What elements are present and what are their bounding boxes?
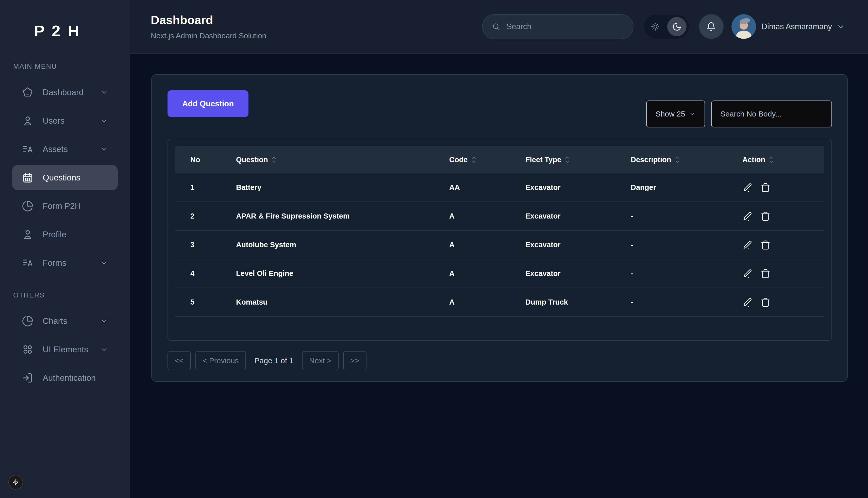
cell-no: 3 — [190, 241, 236, 249]
column-label: Code — [449, 156, 468, 164]
user-menu[interactable]: Dimas Asmaramany — [762, 22, 845, 31]
edit-button[interactable] — [742, 268, 753, 279]
cell-actions — [742, 268, 824, 279]
sidebar: P 2 H MAIN MENU Dashboard Users A — [0, 0, 130, 498]
next-page-button[interactable]: Next > — [302, 351, 339, 370]
column-header-action[interactable]: Action — [742, 156, 824, 164]
sidebar-item-assets[interactable]: Assets — [12, 136, 118, 162]
theme-toggle[interactable] — [644, 15, 689, 39]
edit-button[interactable] — [742, 182, 753, 193]
sidebar-item-label: Form P2H — [43, 201, 108, 211]
cell-description: - — [631, 298, 742, 306]
column-header-no: No — [190, 156, 236, 164]
moon-icon[interactable] — [667, 17, 686, 36]
cell-no: 2 — [190, 212, 236, 220]
column-header-description[interactable]: Description — [631, 156, 742, 164]
sort-icon — [272, 156, 277, 163]
cell-question: Level Oli Engine — [236, 269, 449, 278]
cell-description: - — [631, 241, 742, 249]
questions-card: Add Question Show 25 No — [151, 74, 848, 382]
sort-icon — [565, 156, 570, 163]
calendar-icon — [22, 172, 34, 184]
add-question-button[interactable]: Add Question — [168, 90, 249, 117]
list-icon — [22, 257, 34, 269]
chevron-down-icon — [100, 145, 108, 153]
edit-button[interactable] — [742, 211, 753, 222]
chevron-down-icon — [100, 259, 108, 267]
sidebar-item-users[interactable]: Users — [12, 108, 118, 133]
page-title: Dashboard — [151, 13, 266, 27]
card-toolbar: Add Question Show 25 — [168, 90, 832, 128]
column-header-code[interactable]: Code — [449, 156, 525, 164]
topbar-actions: Dimas Asmaramany — [482, 14, 845, 39]
cell-description: Danger — [631, 183, 742, 192]
delete-button[interactable] — [760, 297, 771, 307]
column-header-fleet-type[interactable]: Fleet Type — [525, 156, 631, 164]
sidebar-item-form-p2h[interactable]: Form P2H — [12, 193, 118, 219]
notifications-button[interactable] — [699, 14, 724, 39]
content-area: Add Question Show 25 No — [130, 54, 868, 498]
delete-button[interactable] — [760, 182, 771, 193]
table-header-row: No Question Code Fleet Type — [175, 146, 824, 173]
delete-button[interactable] — [760, 211, 771, 222]
table-row: 3 Autolube System A Excavator - — [175, 231, 824, 259]
chevron-down-icon — [100, 88, 108, 96]
bell-icon — [706, 22, 716, 32]
sun-icon[interactable] — [646, 22, 664, 31]
sidebar-item-label: Dashboard — [43, 88, 91, 97]
cell-fleet-type: Excavator — [525, 241, 631, 249]
search-icon — [492, 22, 500, 31]
users-icon — [22, 115, 34, 127]
lightning-icon — [12, 479, 19, 486]
chevron-down-icon — [100, 117, 108, 125]
sidebar-item-forms[interactable]: Forms — [12, 250, 118, 276]
cell-code: A — [449, 269, 525, 278]
avatar[interactable] — [732, 14, 756, 39]
search-input[interactable] — [507, 22, 624, 31]
cell-code: A — [449, 241, 525, 249]
sidebar-nav-main: Dashboard Users Assets — [0, 80, 130, 276]
sort-icon — [769, 156, 774, 163]
last-page-button[interactable]: >> — [343, 351, 367, 370]
sidebar-item-label: Assets — [43, 144, 91, 154]
dev-tools-button[interactable] — [8, 475, 23, 490]
sidebar-section-main-menu: MAIN MENU — [13, 63, 130, 70]
column-label: Action — [742, 156, 765, 164]
page-subtitle: Next.js Admin Dashboard Solution — [151, 31, 266, 40]
first-page-button[interactable]: << — [168, 351, 191, 370]
sidebar-item-questions[interactable]: Questions — [12, 165, 118, 191]
edit-button[interactable] — [742, 240, 753, 250]
delete-button[interactable] — [760, 240, 771, 250]
sidebar-nav-others: Charts UI Elements Authentication — [0, 309, 130, 391]
show-entries-select[interactable]: Show 25 — [646, 101, 705, 128]
global-search — [482, 14, 633, 39]
sidebar-item-label: Questions — [43, 173, 108, 183]
sidebar-item-ui-elements[interactable]: UI Elements — [12, 337, 118, 362]
sidebar-section-others: OTHERS — [13, 291, 130, 299]
chevron-down-icon — [100, 345, 108, 354]
delete-button[interactable] — [760, 268, 771, 279]
user-name: Dimas Asmaramany — [762, 22, 832, 31]
chevron-down-icon — [689, 111, 696, 117]
sidebar-item-dashboard[interactable]: Dashboard — [12, 80, 118, 105]
sidebar-item-label: UI Elements — [43, 345, 91, 354]
chevron-down-icon — [837, 22, 845, 31]
column-header-question[interactable]: Question — [236, 156, 449, 164]
pie-chart-icon — [22, 315, 34, 327]
table-row: 5 Komatsu A Dump Truck - — [175, 288, 824, 317]
sidebar-item-label: Authentication — [43, 373, 96, 383]
cell-actions — [742, 182, 824, 193]
table-search-input[interactable] — [711, 101, 832, 128]
grid-circles-icon — [22, 344, 34, 355]
cell-actions — [742, 211, 824, 222]
sidebar-item-authentication[interactable]: Authentication — [12, 365, 118, 391]
sidebar-item-charts[interactable]: Charts — [12, 309, 118, 334]
previous-page-button[interactable]: < Previous — [195, 351, 246, 370]
list-icon — [22, 143, 34, 155]
edit-button[interactable] — [742, 297, 753, 307]
main-column: Dashboard Next.js Admin Dashboard Soluti… — [130, 0, 868, 498]
sidebar-item-profile[interactable]: Profile — [12, 222, 118, 247]
chevron-down-icon — [105, 374, 108, 382]
chevron-down-icon — [100, 317, 108, 325]
user-icon — [22, 229, 34, 240]
